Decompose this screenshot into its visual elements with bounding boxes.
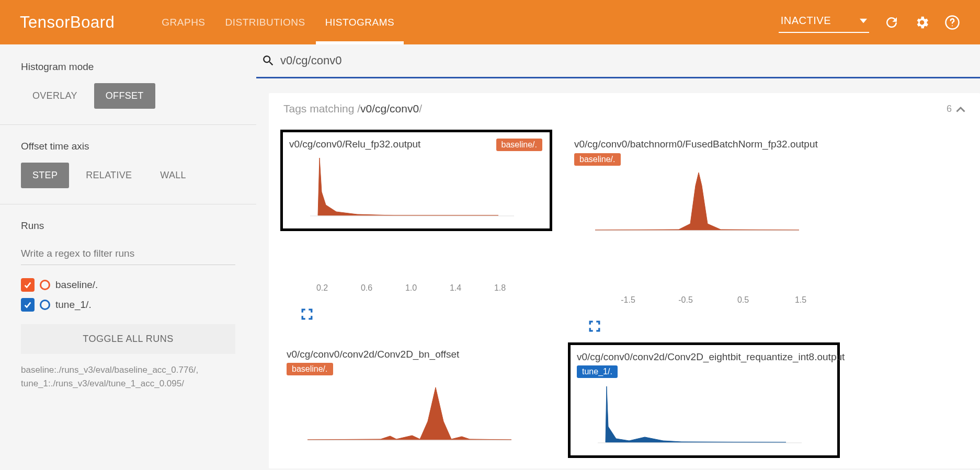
card-title: v0/cg/conv0/conv2d/Conv2D_bn_offset — [287, 348, 491, 361]
tag-prefix: Tags matching / — [283, 102, 360, 115]
tag-search-input[interactable] — [280, 54, 975, 67]
gear-icon — [914, 15, 930, 30]
help-icon — [944, 15, 960, 30]
offset-axis-toggle: STEP RELATIVE WALL — [21, 163, 235, 188]
histogram-plot — [289, 155, 530, 223]
tick-label: -0.5 — [678, 295, 693, 305]
chevron-up-icon — [956, 104, 965, 113]
toggle-all-runs-button[interactable]: TOGGLE ALL RUNS — [21, 324, 235, 354]
main-pane: Tags matching /v0/cg/conv0/ 6 v0/cg/conv… — [256, 44, 980, 470]
tick-label: 1.5 — [795, 295, 806, 305]
expand-button[interactable] — [589, 320, 600, 332]
runs-label: Runs — [21, 220, 235, 232]
histogram-plot — [287, 380, 527, 448]
offset-button[interactable]: OFFSET — [94, 83, 155, 109]
card-area: Tags matching /v0/cg/conv0/ 6 v0/cg/conv… — [256, 78, 980, 468]
header-right: INACTIVE — [779, 12, 960, 33]
x-axis: -1.5-0.50.51.5 — [586, 295, 845, 316]
tag-header[interactable]: Tags matching /v0/cg/conv0/ 6 — [269, 93, 980, 124]
offset-axis-label: Offset time axis — [21, 141, 235, 152]
sidebar: Histogram mode OVERLAY OFFSET Offset tim… — [0, 44, 256, 470]
inactive-dropdown[interactable]: INACTIVE — [779, 12, 869, 33]
tag-count: 6 — [947, 104, 952, 114]
histogram-mode-label: Histogram mode — [21, 61, 235, 73]
logo: TensorBoard — [20, 13, 115, 32]
run-name-tune1: tune_1/. — [55, 299, 92, 311]
histogram-mode-toggle: OVERLAY OFFSET — [21, 83, 235, 109]
checkbox-tune1[interactable] — [21, 298, 35, 312]
tick-label: 0.2 — [316, 283, 328, 293]
tab-distributions[interactable]: DISTRIBUTIONS — [225, 0, 305, 44]
histogram-plot — [577, 382, 817, 450]
step-button[interactable]: STEP — [21, 163, 69, 188]
run-row-baseline[interactable]: baseline/. — [21, 278, 235, 292]
refresh-icon — [884, 15, 899, 30]
check-icon — [23, 280, 32, 290]
tick-label: 1.8 — [494, 283, 506, 293]
tab-graphs[interactable]: GRAPHS — [162, 0, 205, 44]
run-badge: baseline/. — [496, 139, 543, 151]
runs-filter-input[interactable] — [21, 245, 235, 265]
tick-label: 0.6 — [361, 283, 372, 293]
svg-point-1 — [952, 25, 953, 26]
run-badge: tune_1/. — [577, 365, 618, 378]
histogram-card[interactable]: v0/cg/conv0/Relu_fp32.output baseline/. — [280, 130, 552, 231]
overlay-button[interactable]: OVERLAY — [21, 83, 89, 109]
runs-section: Runs baseline/. tune_1/. TOGGLE ALL RUNS… — [21, 220, 235, 390]
tab-histograms[interactable]: HISTOGRAMS — [325, 0, 394, 44]
histogram-card[interactable]: v0/cg/conv0/conv2d/Conv2D_eightbit_requa… — [568, 342, 840, 458]
check-icon — [23, 300, 32, 309]
wall-button[interactable]: WALL — [149, 163, 198, 188]
main-tabs: GRAPHS DISTRIBUTIONS HISTOGRAMS — [162, 0, 394, 44]
histogram-plot — [574, 170, 815, 238]
card-title: v0/cg/conv0/conv2d/Conv2D_eightbit_requa… — [577, 350, 781, 364]
tag-panel: Tags matching /v0/cg/conv0/ 6 v0/cg/conv… — [269, 93, 980, 468]
run-paths-text: baseline:./runs_v3/eval/baseline_acc_0.7… — [21, 363, 235, 390]
run-badge: baseline/. — [287, 363, 333, 375]
search-icon — [261, 54, 275, 67]
swatch-tune1 — [40, 300, 50, 310]
divider — [0, 204, 256, 204]
card-title: v0/cg/conv0/batchnorm0/FusedBatchNorm_fp… — [574, 137, 778, 151]
run-name-baseline: baseline/. — [55, 279, 98, 291]
checkbox-baseline[interactable] — [21, 278, 35, 292]
card-title: v0/cg/conv0/Relu_fp32.output — [289, 137, 493, 151]
swatch-baseline — [40, 280, 50, 290]
settings-button[interactable] — [914, 15, 930, 30]
dropdown-icon — [860, 17, 867, 25]
run-row-tune1[interactable]: tune_1/. — [21, 298, 235, 312]
histogram-card[interactable]: v0/cg/conv0/conv2d/Conv2D_bn_offset base… — [280, 342, 552, 453]
tick-label: 1.0 — [405, 283, 417, 293]
inactive-label: INACTIVE — [781, 15, 831, 27]
tick-label: 0.5 — [737, 295, 749, 305]
tag-search-bar — [256, 44, 980, 78]
tag-suffix: / — [419, 102, 422, 115]
expand-button[interactable] — [301, 308, 313, 320]
cards-grid: v0/cg/conv0/Relu_fp32.output baseline/. … — [269, 124, 980, 468]
help-button[interactable] — [944, 15, 960, 30]
histogram-card[interactable]: v0/cg/conv0/batchnorm0/FusedBatchNorm_fp… — [568, 132, 840, 243]
tick-label: 1.4 — [450, 283, 461, 293]
refresh-button[interactable] — [884, 15, 899, 30]
app-header: TensorBoard GRAPHS DISTRIBUTIONS HISTOGR… — [0, 0, 980, 44]
divider — [0, 124, 256, 125]
run-badge: baseline/. — [574, 153, 621, 166]
x-axis: 0.20.61.01.41.8 — [299, 283, 557, 304]
tag-query: v0/cg/conv0 — [360, 102, 419, 115]
relative-button[interactable]: RELATIVE — [74, 163, 143, 188]
tick-label: -1.5 — [621, 295, 635, 305]
